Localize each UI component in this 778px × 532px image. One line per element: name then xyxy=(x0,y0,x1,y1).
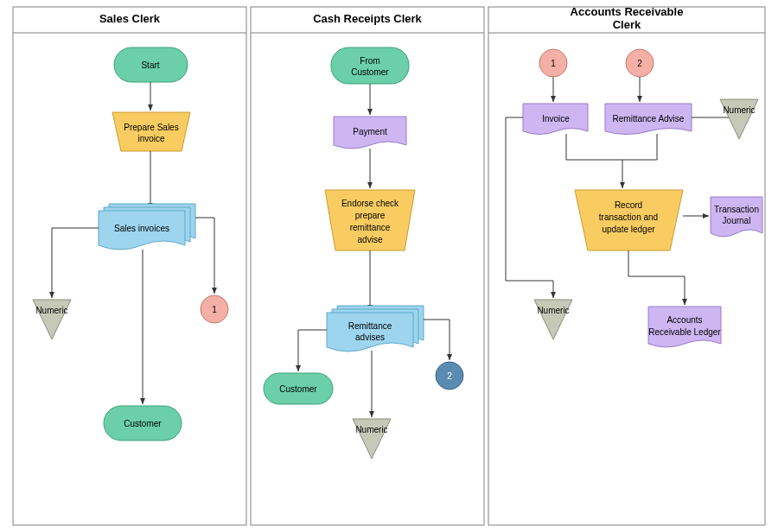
svg-text:Record: Record xyxy=(615,200,642,210)
svg-text:Customer: Customer xyxy=(351,67,389,77)
svg-text:remittance: remittance xyxy=(350,223,391,232)
svg-text:From: From xyxy=(360,56,379,66)
lane-header-ar-1: Accounts Receivable xyxy=(571,5,684,18)
svg-text:Transaction: Transaction xyxy=(714,205,759,214)
svg-text:transaction and: transaction and xyxy=(599,212,658,222)
svg-text:update ledger: update ledger xyxy=(602,225,655,234)
from-customer xyxy=(331,48,409,84)
svg-text:Receivable Ledger: Receivable Ledger xyxy=(648,327,721,337)
svg-text:invoice: invoice xyxy=(137,134,165,143)
remittance-stack: Remittance advises xyxy=(327,306,424,352)
svg-text:Numeric: Numeric xyxy=(537,306,569,315)
svg-text:advises: advises xyxy=(355,332,385,342)
svg-text:Remittance: Remittance xyxy=(348,321,392,331)
swimlane-diagram: Sales Clerk Cash Receipts Clerk Accounts… xyxy=(0,0,778,532)
svg-text:Payment: Payment xyxy=(353,127,387,136)
lane-header-cash: Cash Receipts Clerk xyxy=(313,12,422,25)
svg-text:Numeric: Numeric xyxy=(35,306,67,315)
svg-text:Journal: Journal xyxy=(723,216,751,225)
svg-text:prepare: prepare xyxy=(355,211,386,220)
svg-text:Accounts: Accounts xyxy=(666,315,702,325)
svg-text:2: 2 xyxy=(447,371,452,381)
sales-invoices-stack: Sales invoices xyxy=(99,204,195,250)
lane-ar xyxy=(488,7,765,525)
svg-text:2: 2 xyxy=(637,59,642,68)
svg-text:Endorse check: Endorse check xyxy=(341,199,399,208)
svg-text:1: 1 xyxy=(212,305,217,314)
svg-text:Invoice: Invoice xyxy=(542,114,570,124)
svg-text:Numeric: Numeric xyxy=(723,105,755,115)
svg-text:Sales invoices: Sales invoices xyxy=(114,224,169,233)
start-label: Start xyxy=(141,60,159,70)
svg-text:Prepare Sales: Prepare Sales xyxy=(124,123,178,132)
svg-text:Remittance Advise: Remittance Advise xyxy=(613,114,685,124)
lane-header-sales: Sales Clerk xyxy=(99,12,161,25)
lane-sales xyxy=(13,7,246,525)
svg-text:Customer: Customer xyxy=(279,384,317,394)
svg-text:advise: advise xyxy=(358,235,383,244)
lane-header-ar-2: Clerk xyxy=(613,18,641,31)
svg-text:Customer: Customer xyxy=(124,419,162,428)
svg-text:Numeric: Numeric xyxy=(355,425,387,434)
prepare-invoice xyxy=(112,112,190,151)
svg-text:1: 1 xyxy=(551,59,556,68)
